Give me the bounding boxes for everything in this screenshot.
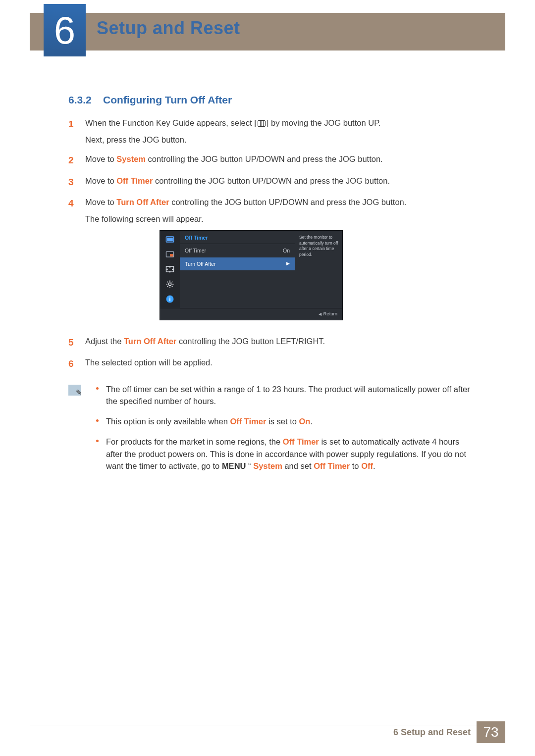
step-number: 2 bbox=[68, 153, 78, 167]
chapter-number: 6 bbox=[54, 8, 75, 53]
note-item: This option is only available when Off T… bbox=[92, 415, 476, 428]
osd-footer: ◀Return bbox=[160, 308, 342, 320]
note-item: The off timer can be set within a range … bbox=[92, 383, 476, 408]
step: 6 The selected option will be applied. bbox=[68, 356, 476, 371]
footer-text: 6 Setup and Reset bbox=[393, 727, 471, 738]
svg-rect-7 bbox=[169, 298, 170, 301]
step: 1 When the Function Key Guide appears, s… bbox=[68, 117, 476, 146]
page-number: 73 bbox=[477, 721, 505, 743]
note-icon bbox=[68, 385, 81, 396]
svg-point-5 bbox=[168, 283, 171, 285]
pip-icon bbox=[165, 250, 175, 259]
chapter-box: 6 bbox=[44, 4, 86, 56]
osd-row: Turn Off After▶ bbox=[180, 257, 295, 270]
step-number: 6 bbox=[68, 356, 78, 371]
page-footer: 6 Setup and Reset 73 bbox=[30, 721, 505, 743]
step: 3 Move to Off Timer controlling the JOG … bbox=[68, 175, 476, 189]
step-number: 5 bbox=[68, 335, 78, 350]
osd-header: Off Timer bbox=[180, 231, 295, 244]
note-block: The off timer can be set within a range … bbox=[68, 383, 476, 481]
step: 5 Adjust the Turn Off After controlling … bbox=[68, 335, 476, 350]
step: 2 Move to System controlling the JOG but… bbox=[68, 153, 476, 167]
osd-row-value: ▶ bbox=[286, 260, 290, 267]
osd-row-label: Turn Off After bbox=[185, 260, 215, 268]
osd-row: Off TimerOn bbox=[180, 244, 295, 257]
step-text: Move to Off Timer controlling the JOG bu… bbox=[85, 175, 476, 189]
note-item: For products for the market in some regi… bbox=[92, 436, 476, 472]
section-number: 6.3.2 bbox=[68, 94, 92, 105]
step-text: Adjust the Turn Off After controlling th… bbox=[85, 335, 476, 350]
osd-description: Set the monitor to automatically turn of… bbox=[295, 231, 342, 308]
content: 6.3.2 Configuring Turn Off After 1 When … bbox=[68, 94, 476, 480]
menu-icon bbox=[258, 120, 266, 127]
onscreen-icon bbox=[165, 264, 175, 274]
svg-rect-3 bbox=[170, 254, 173, 256]
note-list: The off timer can be set within a range … bbox=[92, 383, 476, 481]
step-text: When the Function Key Guide appears, sel… bbox=[85, 117, 476, 146]
section-heading: 6.3.2 Configuring Turn Off After bbox=[68, 94, 476, 106]
step-number: 3 bbox=[68, 175, 78, 189]
osd-row-label: Off Timer bbox=[185, 247, 206, 254]
picture-icon bbox=[165, 235, 175, 245]
section-title: Configuring Turn Off After bbox=[103, 94, 232, 105]
step-text: Move to Turn Off After controlling the J… bbox=[85, 196, 476, 328]
osd-screenshot: Off Timer Off TimerOnTurn Off After▶ Set… bbox=[160, 230, 343, 320]
step-number: 4 bbox=[68, 196, 78, 328]
step: 4 Move to Turn Off After controlling the… bbox=[68, 196, 476, 328]
back-arrow-icon: ◀ bbox=[319, 312, 321, 316]
step-number: 1 bbox=[68, 117, 78, 146]
svg-rect-1 bbox=[167, 238, 173, 242]
info-icon bbox=[165, 294, 175, 304]
step-text: The selected option will be applied. bbox=[85, 356, 476, 371]
osd-main: Off Timer Off TimerOnTurn Off After▶ bbox=[180, 231, 295, 308]
chapter-title: Setup and Reset bbox=[97, 18, 240, 39]
step-list: 1 When the Function Key Guide appears, s… bbox=[68, 117, 476, 371]
gear-icon bbox=[165, 279, 175, 289]
osd-row-value: On bbox=[283, 247, 290, 254]
svg-rect-8 bbox=[169, 297, 170, 298]
step-text: Move to System controlling the JOG butto… bbox=[85, 153, 476, 167]
osd-sidebar bbox=[160, 231, 180, 308]
